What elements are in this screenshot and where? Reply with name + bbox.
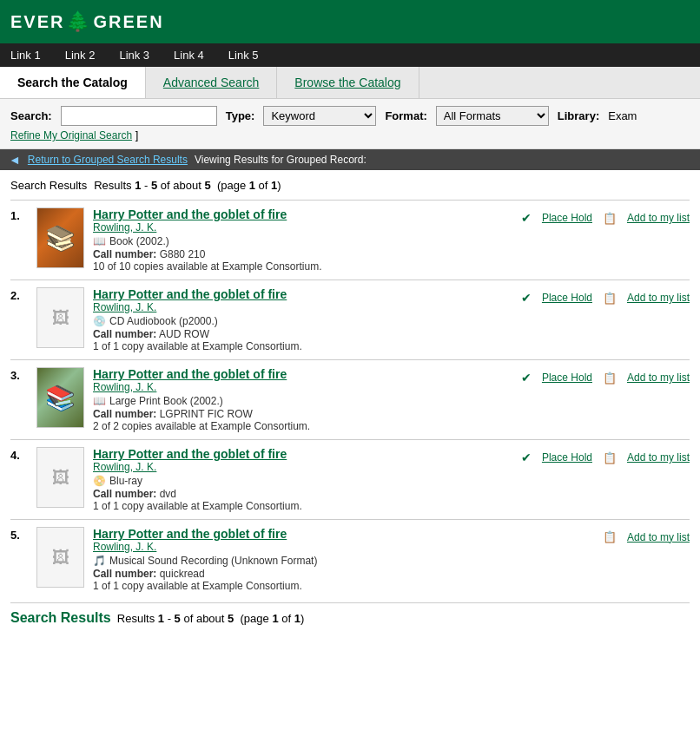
result-details-2: Harry Potter and the goblet of fire Rowl… (93, 287, 507, 352)
library-value: Exam (608, 109, 637, 122)
result-title-link-2[interactable]: Harry Potter and the goblet of fire (93, 287, 287, 301)
book-cover-icon-3: 📚 (45, 384, 76, 412)
grouped-banner: ◄ Return to Grouped Search Results Viewi… (0, 149, 700, 170)
result-thumb-4: 🖼 (36, 447, 84, 508)
table-row: 1. 📚 Harry Potter and the goblet of fire… (10, 200, 690, 280)
grouped-banner-label: Viewing Results for Grouped Record: (195, 154, 367, 166)
result-title-link-5[interactable]: Harry Potter and the goblet of fire (93, 527, 287, 541)
add-list-link-3[interactable]: Add to my list (627, 372, 690, 384)
place-hold-link-4[interactable]: Place Hold (542, 451, 592, 464)
result-num-4: 4. (10, 449, 28, 462)
results-summary: Results 1 - 5 of about 5 (page 1 of 1) (91, 179, 281, 192)
result-title-2: Harry Potter and the goblet of fire (93, 287, 507, 301)
result-avail-1: 10 of 10 copies available at Example Con… (93, 260, 507, 273)
table-row: 4. 🖼 Harry Potter and the goblet of fire… (10, 439, 690, 519)
tab-browse-catalog[interactable]: Browse the Catalog (277, 67, 419, 98)
tabbar: Search the Catalog Advanced Search Brows… (0, 67, 700, 99)
format-select[interactable]: All Formats (436, 106, 549, 126)
result-author-3[interactable]: Rowling, J. K. (93, 381, 507, 393)
result-details-3: Harry Potter and the goblet of fire Rowl… (93, 367, 507, 432)
nav-link-4[interactable]: Link 4 (170, 47, 208, 63)
results-footer-summary: Results 1 - 5 of about 5 (page 1 of 1) (114, 612, 304, 625)
logo-text-green: GREEN (93, 12, 163, 32)
table-row: 3. 📚 Harry Potter and the goblet of fire… (10, 359, 690, 439)
list-book-icon-1: 📋 (603, 212, 617, 225)
result-callnum-4: Call number: dvd (93, 488, 507, 500)
return-grouped-link[interactable]: Return to Grouped Search Results (28, 154, 188, 166)
result-num-5: 5. (10, 529, 28, 542)
refine-row: Refine My Original Search ] (10, 126, 690, 141)
hold-check-icon-3: ✔ (521, 371, 532, 385)
list-book-icon-5: 📋 (603, 530, 617, 543)
nav-link-1[interactable]: Link 1 (7, 47, 44, 63)
result-avail-2: 1 of 1 copy available at Example Consort… (93, 340, 507, 352)
result-callnum-1: Call number: G880 210 (93, 248, 507, 260)
result-format-2: 💿 CD Audiobook (p2000.) (93, 315, 507, 327)
hold-check-icon-1: ✔ (521, 211, 532, 225)
result-author-2[interactable]: Rowling, J. K. (93, 301, 507, 313)
list-book-icon-4: 📋 (603, 451, 617, 464)
result-callnum-2: Call number: AUD ROW (93, 328, 507, 340)
result-num-1: 1. (10, 209, 28, 222)
search-input[interactable] (61, 106, 217, 126)
table-row: 2. 🖼 Harry Potter and the goblet of fire… (10, 280, 690, 359)
result-num-3: 3. (10, 369, 28, 382)
add-list-link-2[interactable]: Add to my list (627, 292, 690, 304)
refine-search-link[interactable]: Refine My Original Search (10, 129, 132, 141)
result-author-4[interactable]: Rowling, J. K. (93, 461, 507, 473)
search-area: Search: Type: Keyword Format: All Format… (0, 99, 700, 149)
place-hold-link-3[interactable]: Place Hold (542, 372, 592, 384)
result-author-5[interactable]: Rowling, J. K. (93, 541, 507, 553)
result-actions-5: 📋 Add to my list (516, 527, 690, 543)
site-logo: EVER 🌲 GREEN (10, 10, 164, 33)
result-title-link-1[interactable]: Harry Potter and the goblet of fire (93, 207, 287, 221)
add-list-link-5[interactable]: Add to my list (627, 531, 690, 543)
thumb-placeholder-icon-4: 🖼 (52, 468, 69, 488)
thumb-placeholder-icon-5: 🖼 (52, 548, 69, 568)
add-list-link-1[interactable]: Add to my list (627, 212, 690, 224)
list-book-icon-3: 📋 (603, 372, 617, 385)
place-hold-link-2[interactable]: Place Hold (542, 292, 592, 304)
type-select[interactable]: Keyword (263, 106, 376, 126)
result-avail-3: 2 of 2 copies available at Example Conso… (93, 420, 507, 432)
place-hold-link-1[interactable]: Place Hold (542, 212, 592, 224)
format-label: Format: (385, 109, 426, 122)
add-list-link-4[interactable]: Add to my list (627, 451, 690, 464)
result-thumb-2: 🖼 (36, 287, 84, 348)
result-actions-2: ✔ Place Hold 📋 Add to my list (516, 287, 690, 305)
result-format-1: 📖 Book (2002.) (93, 235, 507, 247)
result-format-5: 🎵 Musical Sound Recording (Unknown Forma… (93, 555, 507, 567)
result-author-1[interactable]: Rowling, J. K. (93, 221, 507, 233)
results-footer: Search Results Results 1 - 5 of about 5 … (10, 602, 690, 626)
result-callnum-5: Call number: quickread (93, 568, 507, 580)
hold-check-icon-4: ✔ (521, 450, 532, 464)
grouped-banner-arrow: ◄ (9, 153, 21, 167)
result-thumb-1: 📚 (36, 207, 84, 268)
result-title-3: Harry Potter and the goblet of fire (93, 367, 507, 381)
results-title: Search Results (10, 179, 87, 192)
result-actions-1: ✔ Place Hold 📋 Add to my list (516, 207, 690, 225)
result-title-5: Harry Potter and the goblet of fire (93, 527, 507, 541)
thumb-placeholder-icon-2: 🖼 (52, 308, 69, 328)
navbar: Link 1 Link 2 Link 3 Link 4 Link 5 (0, 43, 700, 67)
search-row: Search: Type: Keyword Format: All Format… (10, 106, 690, 126)
results-header: Search Results Results 1 - 5 of about 5 … (10, 177, 690, 193)
result-details-1: Harry Potter and the goblet of fire Rowl… (93, 207, 507, 273)
result-action-row-3: ✔ Place Hold 📋 Add to my list (521, 371, 690, 385)
result-title-link-3[interactable]: Harry Potter and the goblet of fire (93, 367, 287, 381)
nav-link-3[interactable]: Link 3 (116, 47, 153, 63)
logo-text-ever: EVER (10, 12, 64, 32)
result-action-row-5: 📋 Add to my list (603, 530, 690, 543)
result-format-3: 📖 Large Print Book (2002.) (93, 395, 507, 407)
result-action-row-4: ✔ Place Hold 📋 Add to my list (521, 450, 690, 464)
nav-link-5[interactable]: Link 5 (225, 47, 262, 63)
tab-advanced-search[interactable]: Advanced Search (146, 67, 278, 98)
result-format-4: 📀 Blu-ray (93, 475, 507, 487)
result-action-row-2: ✔ Place Hold 📋 Add to my list (521, 291, 690, 305)
tab-search-catalog[interactable]: Search the Catalog (0, 67, 146, 98)
result-title-link-4[interactable]: Harry Potter and the goblet of fire (93, 447, 287, 461)
lp-format-icon-3: 📖 (93, 395, 106, 407)
book-format-icon-1: 📖 (93, 235, 106, 247)
nav-link-2[interactable]: Link 2 (62, 47, 99, 63)
result-avail-4: 1 of 1 copy available at Example Consort… (93, 500, 507, 512)
